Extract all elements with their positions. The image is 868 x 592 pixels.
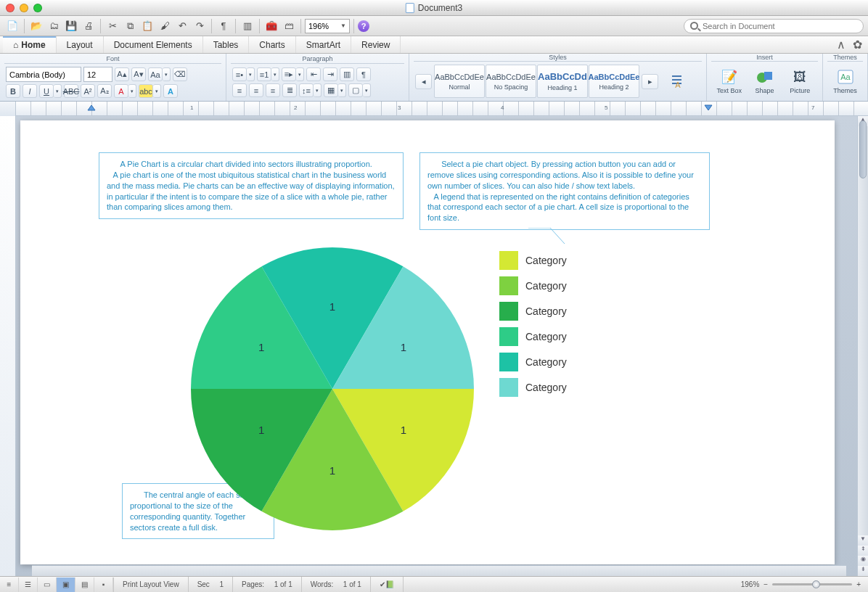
themes-button[interactable]: AaThemes [829,65,861,98]
legend-item[interactable]: Category [499,276,567,295]
chevron-down-icon[interactable]: ▾ [338,83,346,97]
insert-picture-button[interactable]: 🖼Picture [783,65,816,98]
zoom-dropdown[interactable]: 196% ▼ [305,19,350,33]
tab-smartart[interactable]: SmartArt [296,36,351,53]
indent-marker-right[interactable] [704,104,711,113]
toolbox-button[interactable]: 🧰 [263,18,279,34]
search-input[interactable] [703,22,857,30]
paste-button[interactable]: 📋 [139,18,155,34]
styles-pane-button[interactable]: A [660,65,695,98]
scroll-down-button[interactable]: ▼ [858,535,868,546]
copy-button[interactable]: ⧉ [122,18,138,34]
ltr-button[interactable]: ▥ [340,67,354,81]
align-left-button[interactable]: ≡ [232,83,247,97]
chevron-down-icon[interactable]: ▾ [363,83,371,97]
next-page-button[interactable]: ⇟ [858,566,868,576]
sidebar-button[interactable]: ▥ [239,18,255,34]
document-viewport[interactable]: A Pie Chart is a circular chart divided … [16,116,857,576]
chevron-down-icon[interactable]: ▾ [271,67,279,81]
document-search[interactable] [684,19,864,33]
scroll-thumb[interactable] [859,120,867,178]
format-painter-button[interactable]: 🖌 [157,18,173,34]
window-close-button[interactable] [6,4,15,12]
style-heading-1[interactable]: AaBbCcDdHeading 1 [537,65,588,98]
outline-view-button[interactable]: ☰ [19,577,38,592]
multilevel-button[interactable]: ≡▸ [282,67,296,81]
font-size-select[interactable] [83,67,112,82]
chevron-down-icon[interactable]: ▾ [153,84,161,98]
bullets-button[interactable]: ≡• [232,67,247,81]
chevron-down-icon[interactable]: ▾ [54,84,62,98]
print-button[interactable]: 🖨 [81,18,97,34]
callout-instructions[interactable]: Select a pie chart object. By pressing a… [419,152,710,230]
subscript-button[interactable]: A₂ [97,84,112,98]
redo-button[interactable]: ↷ [192,18,208,34]
increase-indent-button[interactable]: ⇥ [323,67,337,81]
tab-tables[interactable]: Tables [203,36,250,53]
scrollbar-vertical[interactable]: ▲ ▼ ⇞ ◉ ⇟ [857,116,868,576]
notebook-view-button[interactable]: ▤ [75,577,94,592]
line-spacing-button[interactable]: ↕≡ [299,83,314,97]
tab-charts[interactable]: Charts [249,36,295,53]
strikethrough-button[interactable]: ABC [64,84,78,98]
ruler-horizontal[interactable]: 1 2 3 4 5 7 [0,102,868,116]
cut-button[interactable]: ✂ [105,18,120,34]
insert-textbox-button[interactable]: 📝Text Box [713,65,746,98]
zoom-slider-thumb[interactable] [812,580,820,588]
shading-button[interactable]: ▦ [324,83,338,97]
publishing-view-button[interactable]: ▭ [38,577,57,592]
styles-scroll-right[interactable]: ▸ [642,74,658,89]
undo-button[interactable]: ↶ [174,18,190,34]
highlight-button[interactable]: abc [139,84,153,98]
style-no-spacing[interactable]: AaBbCcDdEeNo Spacing [486,65,536,98]
tab-document-elements[interactable]: Document Elements [104,36,203,53]
ruler-vertical[interactable] [0,116,16,576]
zoom-percent[interactable]: 196% [741,580,760,588]
borders-button[interactable]: ▢ [348,83,363,97]
align-right-button[interactable]: ≡ [266,83,280,97]
window-minimize-button[interactable] [20,4,28,12]
underline-button[interactable]: U [39,84,54,98]
tab-review[interactable]: Review [351,36,401,53]
justify-button[interactable]: ≣ [282,83,297,97]
font-name-select[interactable] [6,67,81,82]
shrink-font-button[interactable]: A▾ [131,67,146,81]
legend-item[interactable]: Category [499,251,567,270]
pages-indicator[interactable]: Pages: 1 of 1 [233,577,302,592]
italic-button[interactable]: I [22,84,37,98]
window-zoom-button[interactable] [33,4,42,12]
style-normal[interactable]: AaBbCcDdEeNormal [434,65,485,98]
pie-chart[interactable]: 111111 [187,244,478,534]
new-doc-button[interactable]: 📄 [4,18,20,34]
tab-layout[interactable]: Layout [57,36,104,53]
scrollbar-horizontal[interactable] [32,565,846,576]
print-layout-view-button[interactable]: ▣ [57,577,75,592]
save-button[interactable]: 💾 [63,18,79,34]
legend-item[interactable]: Category [499,327,567,346]
zoom-out-button[interactable]: − [763,580,768,588]
bold-button[interactable]: B [6,84,20,98]
chevron-down-icon[interactable]: ▾ [247,67,255,81]
chevron-down-icon[interactable]: ▾ [163,67,171,81]
chevron-down-icon[interactable]: ▾ [128,84,136,98]
change-case-button[interactable]: Aa [148,67,163,81]
legend-item[interactable]: Category [499,378,567,397]
font-color-button[interactable]: A [114,84,128,98]
insert-shape-button[interactable]: Shape [748,65,782,98]
decrease-indent-button[interactable]: ⇤ [306,67,321,81]
align-center-button[interactable]: ≡ [249,83,263,97]
template-button[interactable]: 🗂 [46,18,62,34]
clear-formatting-button[interactable]: ⌫ [173,67,187,81]
collapse-ribbon-button[interactable]: ∧ [837,38,846,52]
text-effects-button[interactable]: A [163,84,178,98]
chevron-down-icon[interactable]: ▾ [296,67,304,81]
focus-view-button[interactable]: ▪ [94,577,113,592]
show-formatting-button[interactable]: ¶ [216,18,232,34]
grow-font-button[interactable]: A▴ [115,67,129,81]
zoom-in-button[interactable]: + [856,580,861,588]
spellcheck-button[interactable]: ✔📗 [371,577,404,592]
help-button[interactable]: ? [358,20,369,32]
styles-scroll-left[interactable]: ◂ [415,74,432,89]
media-button[interactable]: 🗃 [281,18,297,34]
callout-intro[interactable]: A Pie Chart is a circular chart divided … [99,152,404,219]
